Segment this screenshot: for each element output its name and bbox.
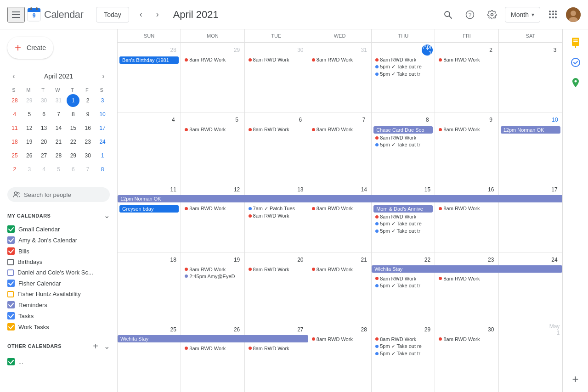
fisher-checkbox[interactable] bbox=[7, 280, 15, 287]
calendar-item-daniel[interactable]: Daniel and Cole's Work Sc... bbox=[7, 267, 110, 278]
mini-day[interactable]: 4 bbox=[8, 108, 21, 121]
calendar-event[interactable]: 8am RWD Work bbox=[247, 56, 306, 63]
calendar-event[interactable]: 8am RWD Work bbox=[373, 213, 433, 220]
cell-date[interactable]: 26 bbox=[232, 324, 243, 335]
cell-date[interactable]: 30 bbox=[295, 45, 306, 56]
cell-date[interactable]: 28 bbox=[168, 45, 179, 56]
apps-button[interactable] bbox=[544, 6, 562, 24]
cell-date[interactable]: 11 bbox=[168, 184, 179, 195]
prev-month-button[interactable]: ‹ bbox=[133, 6, 149, 23]
calendar-event[interactable]: 8am RWD Work bbox=[310, 205, 369, 212]
add-other-calendar-button[interactable]: + bbox=[89, 340, 102, 353]
cell-date[interactable]: 8 bbox=[422, 114, 433, 125]
birthdays-checkbox[interactable] bbox=[7, 259, 14, 265]
help-button[interactable]: ? bbox=[461, 6, 479, 24]
other-calendars-header[interactable]: Other calendars + ⌄ bbox=[7, 338, 110, 354]
cell-date[interactable]: 28 bbox=[358, 324, 369, 335]
calendar-event[interactable]: 8am RWD Work bbox=[310, 336, 369, 342]
mini-day[interactable]: 23 bbox=[81, 135, 94, 148]
calendar-event[interactable]: 5pm ✓ Take out tr bbox=[373, 350, 433, 357]
cell-date[interactable]: 12 bbox=[232, 184, 243, 195]
mini-day[interactable]: 14 bbox=[52, 122, 65, 134]
mini-day[interactable]: 22 bbox=[67, 135, 79, 148]
mini-day[interactable]: 18 bbox=[8, 135, 21, 148]
mini-day[interactable]: 28 bbox=[8, 94, 21, 107]
cell-date[interactable]: 14 bbox=[358, 184, 369, 195]
calendar-event[interactable]: 8am RWD Work bbox=[437, 275, 496, 282]
calendar-event[interactable]: 5pm ✓ Take out tr bbox=[373, 228, 433, 235]
calendar-event[interactable]: 8am RWD Work bbox=[373, 336, 433, 342]
mini-day[interactable]: 6 bbox=[67, 163, 79, 176]
view-select[interactable]: Month ▾ bbox=[505, 7, 540, 22]
cell-date[interactable]: 9 bbox=[486, 114, 497, 125]
cell-date[interactable]: May 1 bbox=[549, 324, 560, 335]
mini-day[interactable]: 31 bbox=[52, 94, 65, 107]
calendar-item-fisher-huntz[interactable]: Fisher Huntz Availability bbox=[7, 289, 110, 299]
mini-day[interactable]: 25 bbox=[8, 149, 21, 162]
calendar-event[interactable]: 7am ✓ Patch Tues bbox=[247, 205, 306, 212]
mini-next-button[interactable]: › bbox=[97, 70, 110, 83]
create-button[interactable]: + Create bbox=[7, 37, 53, 59]
calendar-event[interactable]: 12pm Norman OK bbox=[501, 126, 560, 134]
cell-date[interactable]: 23 bbox=[486, 254, 497, 265]
mini-day[interactable]: 30 bbox=[81, 149, 94, 162]
calendar-event[interactable]: 8am RWD Work bbox=[373, 134, 433, 141]
mini-day[interactable]: 27 bbox=[38, 149, 51, 162]
mini-day[interactable]: 16 bbox=[81, 122, 94, 134]
mini-day[interactable]: 13 bbox=[38, 122, 51, 134]
calendar-event[interactable]: 8am RWD Work bbox=[247, 266, 306, 273]
calendar-item-gmail[interactable]: Gmail Calendar bbox=[7, 224, 110, 235]
calendar-event[interactable]: Chase Card Due Soo bbox=[373, 126, 433, 134]
cell-date[interactable]: 6 bbox=[295, 114, 306, 125]
calendar-item-reminders[interactable]: Reminders bbox=[7, 299, 110, 310]
cell-date[interactable]: 31 bbox=[358, 45, 369, 56]
calendar-event[interactable]: 8am RWD Work bbox=[183, 56, 242, 63]
mini-day-today[interactable]: 1 bbox=[67, 94, 79, 107]
mini-day[interactable]: 2 bbox=[81, 94, 94, 107]
cell-date[interactable]: 17 bbox=[549, 184, 560, 195]
mini-day[interactable]: 3 bbox=[23, 163, 36, 176]
calendar-event[interactable]: 5pm ✓ Take out re bbox=[373, 343, 433, 350]
mini-day[interactable]: 29 bbox=[23, 94, 36, 107]
gmail-checkbox[interactable] bbox=[7, 225, 15, 233]
mini-day[interactable]: 9 bbox=[81, 108, 94, 121]
cell-date[interactable]: 2 bbox=[486, 45, 497, 56]
cell-date[interactable]: 16 bbox=[486, 184, 497, 195]
cell-date[interactable]: 13 bbox=[295, 184, 306, 195]
tasks-icon-button[interactable] bbox=[566, 53, 585, 72]
calendar-event[interactable]: 5pm ✓ Take out tr bbox=[373, 141, 433, 148]
calendar-event[interactable]: 8am RWD Work bbox=[437, 205, 496, 212]
cell-date[interactable]: 4 bbox=[168, 114, 179, 125]
cell-date-today[interactable]: Apr 1 bbox=[422, 45, 433, 56]
reminders-checkbox[interactable] bbox=[7, 301, 15, 308]
search-people[interactable]: Search for people bbox=[7, 187, 110, 202]
calendar-event[interactable]: Ben's Birthday (1981 bbox=[119, 56, 179, 64]
search-button[interactable] bbox=[439, 6, 457, 24]
calendar-item-fisher[interactable]: Fisher Calendar bbox=[7, 278, 110, 289]
calendar-event[interactable]: Mom & Dad's Annive bbox=[373, 205, 433, 213]
mini-day[interactable]: 8 bbox=[96, 163, 109, 176]
other-cal-checkbox[interactable] bbox=[7, 358, 15, 365]
cell-date[interactable]: 29 bbox=[422, 324, 433, 335]
cell-date[interactable]: 21 bbox=[358, 254, 369, 265]
cell-date[interactable]: 24 bbox=[549, 254, 560, 265]
add-panel-button[interactable]: + bbox=[566, 370, 585, 388]
mini-day[interactable]: 19 bbox=[23, 135, 36, 148]
cell-date[interactable]: 10 bbox=[549, 114, 560, 125]
mini-day[interactable]: 21 bbox=[52, 135, 65, 148]
calendar-event[interactable]: 5pm ✓ Take out re bbox=[373, 63, 433, 70]
mini-day[interactable]: 5 bbox=[52, 163, 65, 176]
avatar[interactable] bbox=[566, 7, 581, 22]
cell-date[interactable]: 22 bbox=[422, 254, 433, 265]
mini-day[interactable]: 26 bbox=[23, 149, 36, 162]
calendar-event[interactable]: 2:45pm Amy@EyeD bbox=[183, 273, 242, 280]
cell-date[interactable]: 27 bbox=[295, 324, 306, 335]
calendar-event[interactable]: 8am RWD Work bbox=[310, 126, 369, 133]
calendar-item-tasks[interactable]: Tasks bbox=[7, 310, 110, 321]
mini-day[interactable]: 17 bbox=[96, 122, 109, 134]
mini-day[interactable]: 20 bbox=[38, 135, 51, 148]
calendar-event[interactable]: Greysen bday bbox=[119, 205, 179, 213]
tasks-checkbox[interactable] bbox=[7, 312, 15, 319]
work-tasks-checkbox[interactable] bbox=[7, 323, 15, 330]
calendar-item-amyjon[interactable]: Amy & Jon's Calendar bbox=[7, 235, 110, 246]
